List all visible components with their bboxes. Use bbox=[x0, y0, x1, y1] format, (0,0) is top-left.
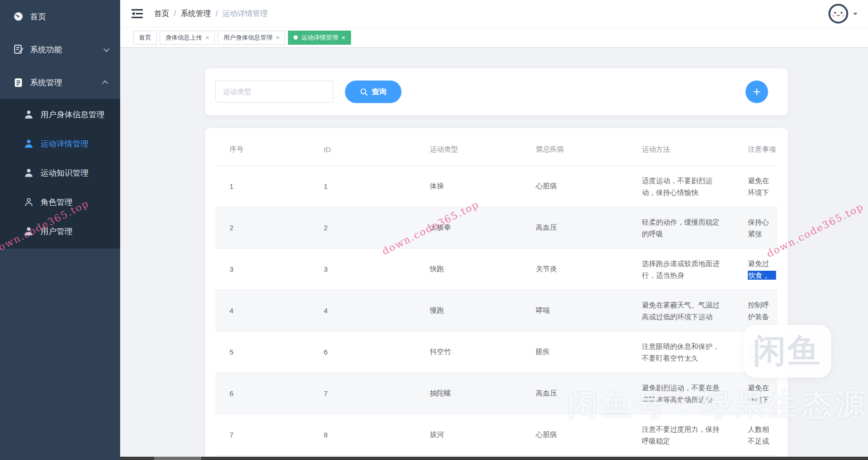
sidebar-item-exercise-knowledge[interactable]: 运动知识管理 bbox=[0, 158, 120, 187]
cell-type: 快跑 bbox=[416, 249, 522, 290]
cell-type: 拔河 bbox=[416, 414, 522, 456]
sidebar-item-label: 首页 bbox=[30, 11, 46, 22]
cell-method: 避免剧烈运动，不要在悬崖陡坡等高危场所运动 bbox=[628, 373, 734, 414]
cell-type: 慢跑 bbox=[416, 290, 522, 331]
cell-seq: 4 bbox=[215, 290, 310, 331]
avatar-mouth bbox=[836, 14, 840, 16]
cell-id: 3 bbox=[310, 249, 416, 290]
table-row: 3 3 快跑 关节炎 选择跑步道或软质地面进行，适当热身 避免过饮食， bbox=[215, 249, 778, 290]
sidebar-item-label: 用户身体信息管理 bbox=[41, 109, 105, 120]
cell-type: 太极拳 bbox=[416, 207, 522, 249]
sidebar-item-role-management[interactable]: 角色管理 bbox=[0, 187, 120, 217]
dashboard-icon bbox=[13, 11, 24, 22]
cell-id: 6 bbox=[310, 331, 416, 373]
sidebar-item-system-functions[interactable]: 系统功能 bbox=[0, 33, 120, 66]
navbar: 首页 / 系统管理 / 运动详情管理 bbox=[120, 0, 868, 28]
col-header-notes: 注意事项 bbox=[734, 132, 778, 166]
sidebar-item-exercise-detail[interactable]: 运动详情管理 bbox=[0, 129, 120, 158]
cell-disease: 高血压 bbox=[522, 373, 628, 414]
user-icon bbox=[24, 226, 33, 236]
user-icon bbox=[24, 168, 33, 178]
cell-notes: 保持心紧张 bbox=[734, 207, 778, 249]
breadcrumb-separator: / bbox=[174, 9, 176, 18]
cell-method: 轻柔的动作，缓慢而稳定的呼吸 bbox=[628, 207, 734, 249]
cell-id: 7 bbox=[310, 373, 416, 414]
tab-user-body-info[interactable]: 用户身体信息管理 × bbox=[218, 31, 285, 45]
sidebar-item-label: 运动详情管理 bbox=[41, 138, 89, 149]
table-row: 5 6 抖空竹 眼疾 注意眼睛的休息和保护，不要盯着空竹太久 选在空旷 bbox=[215, 331, 778, 373]
tab-home[interactable]: 首页 bbox=[133, 31, 157, 45]
cell-seq: 5 bbox=[215, 331, 310, 373]
col-header-seq: 序号 bbox=[215, 132, 310, 166]
search-input[interactable] bbox=[215, 81, 333, 103]
cell-method: 避免在雾霾天气、气温过高或过低的环境下运动 bbox=[628, 290, 734, 331]
search-icon bbox=[360, 88, 368, 96]
user-outline-icon bbox=[24, 197, 33, 207]
sidebar: 首页 系统功能 系统管理 用户身体信息管理 bbox=[0, 0, 120, 460]
user-menu[interactable] bbox=[828, 4, 858, 24]
exercise-table: 序号 ID 运动类型 禁忌疾病 运动方法 注意事项 1 1 bbox=[215, 132, 778, 456]
cell-method: 选择跑步道或软质地面进行，适当热身 bbox=[628, 249, 734, 290]
sidebar-fold-icon[interactable] bbox=[131, 8, 143, 19]
selected-text: 饮食， bbox=[748, 271, 776, 280]
sidebar-item-home[interactable]: 首页 bbox=[0, 0, 120, 33]
avatar[interactable] bbox=[828, 4, 848, 24]
col-header-id: ID bbox=[310, 132, 416, 166]
content-area: 查询 + 序号 ID 运动类型 禁忌疾病 bbox=[120, 48, 868, 460]
sidebar-submenu: 用户身体信息管理 运动详情管理 运动知识管理 角色管理 bbox=[0, 99, 120, 249]
avatar-eye bbox=[841, 12, 843, 14]
search-card: 查询 + bbox=[205, 68, 788, 115]
cell-notes: 选在空旷 bbox=[734, 331, 778, 373]
cell-disease: 心脏病 bbox=[522, 414, 628, 456]
query-button[interactable]: 查询 bbox=[345, 81, 401, 103]
cell-seq: 2 bbox=[215, 207, 310, 249]
cell-disease: 心脏病 bbox=[522, 166, 628, 207]
cell-id: 4 bbox=[310, 290, 416, 331]
avatar-blush bbox=[842, 15, 845, 16]
sidebar-item-user-body-info[interactable]: 用户身体信息管理 bbox=[0, 100, 120, 129]
active-tab-dot bbox=[294, 35, 298, 40]
page-horizontal-scrollbar[interactable] bbox=[120, 457, 868, 460]
sidebar-item-user-management[interactable]: 用户管理 bbox=[0, 217, 120, 246]
table-card: 序号 ID 运动类型 禁忌疾病 运动方法 注意事项 1 1 bbox=[205, 128, 788, 460]
plus-icon: + bbox=[753, 85, 761, 98]
scrollbar-thumb[interactable] bbox=[154, 457, 201, 460]
cell-id: 1 bbox=[310, 166, 416, 207]
tab-exercise-detail[interactable]: 运动详情管理 × bbox=[288, 31, 351, 45]
cell-notes: 人数相不足或 bbox=[734, 414, 778, 456]
cell-seq: 7 bbox=[215, 414, 310, 456]
chevron-down-icon bbox=[104, 46, 110, 52]
cell-seq: 1 bbox=[215, 166, 310, 207]
cell-notes: 控制呼护装备 bbox=[734, 290, 778, 331]
sidebar-item-label: 运动知识管理 bbox=[41, 168, 89, 178]
query-button-label: 查询 bbox=[372, 87, 387, 97]
document-icon bbox=[13, 44, 24, 55]
col-header-disease: 禁忌疾病 bbox=[522, 132, 628, 166]
cell-id: 2 bbox=[310, 207, 416, 249]
tab-body-info-upload[interactable]: 身体信息上传 × bbox=[160, 31, 215, 45]
sidebar-item-system-management[interactable]: 系统管理 bbox=[0, 66, 120, 99]
user-icon bbox=[24, 110, 33, 120]
table-row: 4 4 慢跑 哮喘 避免在雾霾天气、气温过高或过低的环境下运动 控制呼护装备 bbox=[215, 290, 778, 331]
breadcrumb-separator: / bbox=[215, 9, 217, 18]
tab-label: 首页 bbox=[139, 33, 151, 42]
table-header-row: 序号 ID 运动类型 禁忌疾病 运动方法 注意事项 bbox=[215, 132, 778, 166]
cell-disease: 哮喘 bbox=[522, 290, 628, 331]
clipboard-icon bbox=[13, 77, 24, 88]
breadcrumb-home[interactable]: 首页 bbox=[154, 9, 169, 19]
cell-type: 抖空竹 bbox=[416, 331, 522, 373]
close-icon[interactable]: × bbox=[341, 34, 345, 41]
chevron-up-icon bbox=[102, 80, 108, 86]
caret-down-icon[interactable] bbox=[853, 13, 858, 17]
breadcrumb-system-management[interactable]: 系统管理 bbox=[180, 9, 211, 19]
table-row: 1 1 体操 心脏病 适度运动，不要剧烈运动，保持心情愉快 避免在环境下 bbox=[215, 166, 778, 207]
close-icon[interactable]: × bbox=[205, 34, 209, 41]
tab-label: 运动详情管理 bbox=[301, 33, 338, 42]
cell-method: 适度运动，不要剧烈运动，保持心情愉快 bbox=[628, 166, 734, 207]
add-button[interactable]: + bbox=[745, 81, 768, 103]
sidebar-item-label: 用户管理 bbox=[41, 226, 73, 237]
tabs-bar: 首页 身体信息上传 × 用户身体信息管理 × 运动详情管理 × bbox=[120, 28, 868, 48]
close-icon[interactable]: × bbox=[276, 34, 279, 41]
main-area: 首页 / 系统管理 / 运动详情管理 首页 bbox=[120, 0, 868, 460]
sidebar-item-label: 系统管理 bbox=[30, 77, 62, 88]
